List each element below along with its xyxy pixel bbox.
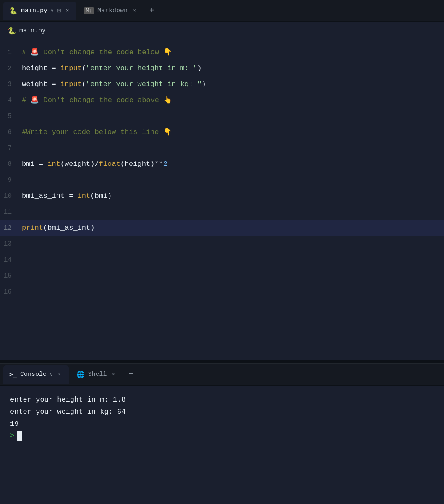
file-header-name: main.py <box>19 27 46 34</box>
line-number-16: 16 <box>0 284 22 300</box>
tab-markdown[interactable]: M↓ Markdown × <box>78 2 143 20</box>
code-line-6: 6 #Write your code below this line 👇 <box>0 124 444 140</box>
line-number-4: 4 <box>0 92 22 108</box>
code-line-1: 1 # 🚨 Don't change the code below 👇 <box>0 45 444 60</box>
line-content-4: # 🚨 Don't change the code above 👆 <box>22 92 172 108</box>
terminal-dropdown-arrow[interactable]: ∨ <box>50 372 53 377</box>
line-number-14: 14 <box>0 252 22 268</box>
terminal-prompt: > <box>10 431 434 441</box>
code-line-5: 5 <box>0 108 444 124</box>
code-line-15: 15 <box>0 268 444 284</box>
code-line-2: 2 height = input("enter your height in m… <box>0 60 444 76</box>
tab-bar: 🐍 main.py ∨ ⊡ × M↓ Markdown × + <box>0 0 444 22</box>
line-content-3: weight = input("enter your weight in kg:… <box>22 76 206 92</box>
terminal-tab-console-label: Console <box>20 371 47 378</box>
line-number-9: 9 <box>0 172 22 188</box>
code-line-8: 8 bmi = int(weight)/float(height)**2 <box>0 156 444 172</box>
pane-divider <box>0 360 444 364</box>
line-number-2: 2 <box>0 60 22 76</box>
terminal-cursor <box>17 431 22 441</box>
code-line-10: 10 bmi_as_int = int(bmi) <box>0 188 444 204</box>
line-number-10: 10 <box>0 188 22 204</box>
tab-dropdown-arrow[interactable]: ∨ <box>51 8 54 13</box>
terminal-tab-add-button[interactable]: + <box>124 368 138 381</box>
tab-main-py-label: main.py <box>21 7 47 14</box>
terminal-output-line-1: enter your height in m: 1.8 <box>10 394 434 406</box>
line-number-5: 5 <box>0 108 22 124</box>
line-content-6: #Write your code below this line 👇 <box>22 124 172 140</box>
markdown-icon: M↓ <box>84 7 94 14</box>
line-content-12: print(bmi_as_int) <box>22 220 94 236</box>
code-line-12: 12 print(bmi_as_int) <box>0 220 444 236</box>
file-python-icon: 🐍 <box>8 27 16 35</box>
shell-globe-icon: 🌐 <box>76 370 85 379</box>
tab-main-py-close[interactable]: × <box>64 7 71 15</box>
code-line-4: 4 # 🚨 Don't change the code above 👆 <box>0 92 444 108</box>
line-number-12: 12 <box>0 220 22 236</box>
tab-main-py[interactable]: 🐍 main.py ∨ ⊡ × <box>3 2 76 20</box>
code-line-11: 11 <box>0 204 444 220</box>
prompt-symbol: > <box>10 432 14 440</box>
history-icon[interactable]: ⊡ <box>57 7 61 15</box>
line-number-3: 3 <box>0 76 22 92</box>
file-header: 🐍 main.py <box>0 22 444 40</box>
tab-add-button[interactable]: + <box>145 4 159 17</box>
terminal-output-line-3: 19 <box>10 418 434 430</box>
code-line-13: 13 <box>0 236 444 252</box>
terminal-tab-console[interactable]: >_ Console ∨ × <box>3 365 69 384</box>
tab-markdown-close[interactable]: × <box>131 7 138 15</box>
terminal-output-line-2: enter your weight in kg: 64 <box>10 406 434 418</box>
code-line-9: 9 <box>0 172 444 188</box>
line-content-2: height = input("enter your height in m: … <box>22 60 202 76</box>
tab-markdown-label: Markdown <box>97 7 128 14</box>
terminal-tab-shell-close[interactable]: × <box>110 370 117 378</box>
terminal-tab-console-close[interactable]: × <box>56 370 63 378</box>
terminal-tab-shell-label: Shell <box>88 371 107 378</box>
console-icon: >_ <box>9 371 17 378</box>
line-number-11: 11 <box>0 204 22 220</box>
code-line-7: 7 <box>0 140 444 156</box>
editor-area[interactable]: 1 # 🚨 Don't change the code below 👇 2 he… <box>0 40 444 360</box>
line-number-6: 6 <box>0 124 22 140</box>
code-line-16: 16 <box>0 284 444 300</box>
terminal-tab-shell[interactable]: 🌐 Shell × <box>71 365 123 384</box>
line-number-15: 15 <box>0 268 22 284</box>
line-content-1: # 🚨 Don't change the code below 👇 <box>22 45 172 60</box>
terminal-area[interactable]: enter your height in m: 1.8 enter your w… <box>0 386 444 504</box>
line-number-8: 8 <box>0 156 22 172</box>
line-number-13: 13 <box>0 236 22 252</box>
line-number-7: 7 <box>0 140 22 156</box>
terminal-tab-bar: >_ Console ∨ × 🌐 Shell × + <box>0 364 444 386</box>
code-line-3: 3 weight = input("enter your weight in k… <box>0 76 444 92</box>
line-number-1: 1 <box>0 45 22 60</box>
code-line-14: 14 <box>0 252 444 268</box>
line-content-8: bmi = int(weight)/float(height)**2 <box>22 156 167 172</box>
python-icon: 🐍 <box>9 7 18 15</box>
line-content-10: bmi_as_int = int(bmi) <box>22 188 112 204</box>
